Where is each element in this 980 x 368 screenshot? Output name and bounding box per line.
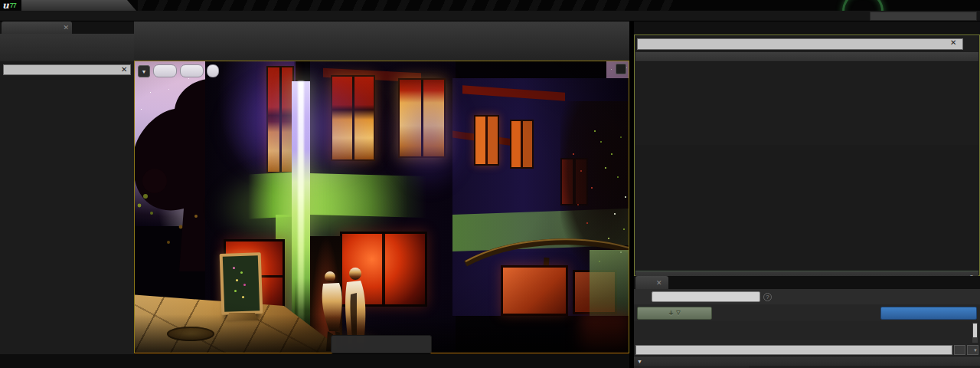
view-mode-button[interactable]	[180, 64, 204, 77]
outliner-body: ✕ ▼	[634, 34, 980, 276]
outliner-tab-row	[634, 21, 980, 34]
help-search-input[interactable]	[870, 12, 977, 21]
playback-controls	[331, 335, 432, 353]
search-icon	[943, 346, 951, 353]
eye-icon	[968, 347, 972, 353]
clear-search-icon[interactable]: ✕	[121, 65, 127, 74]
lit-cube-icon	[186, 67, 195, 76]
plus-icon: +	[668, 309, 673, 317]
expanded-arrow-icon: ▼	[637, 359, 642, 364]
viewport-scene[interactable]	[135, 61, 629, 353]
house-icon	[639, 292, 648, 302]
search-icon	[968, 12, 975, 20]
info-icon	[642, 278, 650, 287]
chevron-down-icon: ▼	[973, 348, 978, 353]
chevron-down-icon: ▽	[676, 310, 680, 316]
unreal-logo: u77	[2, 0, 16, 11]
details-tab-row: ✕	[634, 276, 980, 289]
maximize-icon	[618, 66, 625, 73]
project-tab[interactable]	[21, 0, 136, 11]
level-indicator	[619, 342, 622, 350]
details-search-row: ▼	[634, 344, 980, 356]
details-panel: ✕ ? + ▽	[634, 276, 980, 368]
level-viewport[interactable]: ▼	[134, 61, 629, 353]
menu-bar	[0, 11, 980, 21]
show-flags-button[interactable]	[207, 64, 219, 77]
create-folder-icon[interactable]	[965, 38, 978, 50]
component-tree	[635, 323, 978, 343]
actor-name-row: ?	[634, 289, 980, 304]
outliner-column-header[interactable]	[635, 52, 978, 62]
actor-name-field[interactable]	[652, 291, 760, 302]
help-icon: ?	[763, 293, 772, 301]
lock-icon[interactable]	[966, 292, 975, 301]
viewport-toolbar-left: ▼	[138, 64, 219, 77]
scrollbar[interactable]	[972, 323, 978, 343]
modes-item-list	[0, 80, 134, 354]
close-icon[interactable]: ✕	[63, 24, 69, 31]
modes-icon	[5, 24, 13, 32]
blueprint-add-script-button[interactable]	[880, 307, 977, 320]
tab-modes[interactable]: ✕	[2, 21, 72, 34]
mode-toolbar	[0, 34, 134, 61]
modes-tab-row: ✕	[0, 21, 134, 34]
perspective-icon	[159, 67, 168, 76]
perspective-button[interactable]	[153, 64, 177, 77]
close-icon[interactable]: ✕	[656, 279, 662, 287]
title-bar: u77	[0, 0, 980, 11]
titlebar-texture	[138, 0, 674, 11]
modes-search-input[interactable]	[3, 64, 131, 75]
viewport-options-dropdown[interactable]: ▼	[138, 65, 150, 77]
world-outliner-panel: ✕ ▼	[634, 21, 980, 276]
unreal-editor-window: u77 ✕ ✕	[0, 0, 980, 368]
maximize-viewport-button[interactable]	[616, 64, 626, 74]
clear-search-icon[interactable]: ✕	[950, 38, 956, 47]
outliner-search-input[interactable]	[637, 38, 963, 50]
main-toolbar	[134, 21, 629, 61]
grid-view-icon	[956, 347, 963, 353]
display-filter-button[interactable]: ▼	[967, 345, 978, 355]
details-search-input[interactable]	[635, 345, 952, 355]
add-component-button[interactable]: + ▽	[637, 307, 712, 320]
outliner-empty-area	[635, 145, 978, 271]
outliner-search-row	[637, 38, 978, 51]
gear-icon	[924, 309, 932, 317]
details-button-row: + ▽	[634, 304, 980, 321]
sort-ascending-icon	[802, 53, 809, 60]
modes-panel: ✕ ✕	[0, 21, 134, 354]
property-matrix-button[interactable]	[954, 345, 965, 355]
bottom-tab-strip	[0, 354, 629, 368]
tab-details[interactable]: ✕	[635, 276, 668, 289]
static-mesh-section-header[interactable]: ▼	[634, 356, 980, 366]
vignette	[135, 61, 629, 353]
